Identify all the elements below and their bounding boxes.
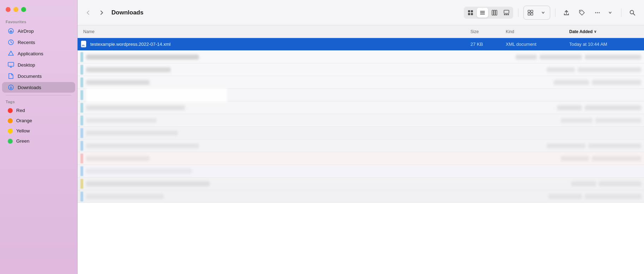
blur-row-8: [78, 139, 644, 152]
table-row[interactable]: XML testexample.wordpress.2022-07-14.xml…: [78, 38, 644, 51]
svg-rect-17: [496, 10, 497, 15]
col-header-name[interactable]: Name: [80, 29, 468, 34]
file-size: 27 KB: [468, 42, 503, 47]
svg-rect-25: [531, 13, 533, 15]
svg-rect-23: [531, 10, 533, 12]
sidebar-item-tag-red[interactable]: Red: [2, 106, 75, 115]
file-kind: XML document: [503, 42, 566, 47]
tag-label-red: Red: [16, 108, 25, 113]
svg-rect-8: [468, 10, 470, 12]
svg-rect-10: [468, 13, 470, 15]
col-header-date[interactable]: Date Added ∨: [566, 29, 644, 34]
file-icon-xml: XML: [80, 41, 88, 48]
svg-rect-16: [494, 10, 495, 15]
tags-label: Tags: [0, 98, 77, 105]
blur-row-6: [78, 114, 644, 127]
main-content: Downloads: [78, 0, 644, 274]
toolbar-separator-1: [518, 8, 518, 17]
svg-rect-20: [506, 14, 507, 15]
svg-rect-15: [492, 10, 493, 15]
view-controls: [464, 7, 513, 19]
documents-icon: [8, 73, 14, 79]
toolbar-title: Downloads: [111, 9, 144, 16]
svg-rect-21: [508, 14, 509, 15]
downloads-icon: [8, 84, 14, 91]
sidebar-item-applications[interactable]: Applications: [2, 48, 75, 59]
favourites-label: Favourites: [0, 18, 77, 25]
blur-row-9: [78, 152, 644, 165]
tag-label-green: Green: [16, 138, 30, 144]
more-button[interactable]: [591, 7, 603, 19]
file-date: Today at 10:44 AM: [566, 42, 644, 47]
col-header-size[interactable]: Size: [468, 29, 503, 34]
view-list-button[interactable]: [477, 8, 488, 18]
group-button-container: [523, 6, 550, 20]
col-header-kind[interactable]: Kind: [503, 29, 566, 34]
blur-row-1: [78, 51, 644, 63]
sidebar-item-label: Recents: [18, 40, 35, 45]
tag-dot-green: [8, 139, 13, 144]
tag-button[interactable]: [576, 7, 588, 19]
sidebar-item-tag-yellow[interactable]: Yellow: [2, 126, 75, 136]
blurred-content-area: [78, 51, 644, 203]
view-gallery-button[interactable]: [501, 8, 512, 18]
more-actions-container: [591, 7, 616, 19]
svg-line-31: [633, 13, 635, 15]
blur-row-10: [78, 165, 644, 178]
blur-row-5: [78, 101, 644, 114]
svg-rect-18: [504, 10, 509, 13]
sidebar-item-label: Desktop: [18, 62, 35, 68]
airdrop-icon: [8, 28, 14, 34]
back-button[interactable]: [83, 8, 93, 18]
blur-row-11: [78, 178, 644, 190]
svg-rect-9: [471, 10, 473, 12]
svg-point-26: [580, 11, 581, 12]
blur-row-3: [78, 76, 644, 89]
desktop-icon: [8, 62, 14, 68]
group-dropdown-button[interactable]: [537, 7, 549, 19]
sidebar-item-airdrop[interactable]: AirDrop: [2, 26, 75, 36]
sidebar-item-label: Downloads: [18, 85, 41, 90]
applications-icon: [8, 50, 14, 57]
view-columns-button[interactable]: [489, 8, 500, 18]
forward-button[interactable]: [97, 8, 107, 18]
svg-point-29: [599, 12, 600, 13]
svg-rect-11: [471, 13, 473, 15]
sidebar-item-desktop[interactable]: Desktop: [2, 60, 75, 70]
search-button[interactable]: [626, 7, 638, 19]
tag-label-orange: Orange: [16, 118, 32, 123]
close-button[interactable]: [6, 7, 11, 12]
sidebar-item-label: AirDrop: [18, 29, 34, 34]
tag-label-yellow: Yellow: [16, 128, 30, 133]
sidebar-divider: [6, 95, 72, 95]
minimize-button[interactable]: [13, 7, 18, 12]
sidebar: Favourites AirDrop Recents Applicat: [0, 0, 78, 274]
group-button[interactable]: [524, 7, 536, 19]
tag-dot-red: [8, 108, 13, 113]
share-button[interactable]: [560, 7, 572, 19]
tag-dot-orange: [8, 118, 13, 123]
sidebar-item-downloads[interactable]: Downloads: [2, 82, 75, 93]
maximize-button[interactable]: [21, 7, 26, 12]
blur-row-7: [78, 127, 644, 139]
svg-text:XML: XML: [82, 44, 85, 46]
svg-rect-24: [528, 13, 530, 15]
svg-point-27: [595, 12, 596, 13]
recents-icon: [8, 39, 14, 45]
tag-dot-yellow: [8, 129, 13, 133]
svg-rect-19: [504, 14, 505, 15]
view-grid-button[interactable]: [465, 8, 476, 18]
sidebar-item-recents[interactable]: Recents: [2, 37, 75, 48]
toolbar: Downloads: [78, 0, 644, 25]
toolbar-separator-2: [555, 8, 555, 17]
more-dropdown-button[interactable]: [604, 7, 616, 19]
svg-point-28: [597, 12, 598, 13]
blur-row-4: [78, 89, 644, 101]
sidebar-item-tag-orange[interactable]: Orange: [2, 116, 75, 125]
svg-rect-3: [8, 62, 14, 66]
sidebar-item-tag-green[interactable]: Green: [2, 136, 75, 146]
blur-row-12: [78, 190, 644, 203]
sidebar-item-label: Applications: [18, 51, 43, 56]
svg-rect-22: [528, 10, 530, 12]
sidebar-item-documents[interactable]: Documents: [2, 71, 75, 81]
